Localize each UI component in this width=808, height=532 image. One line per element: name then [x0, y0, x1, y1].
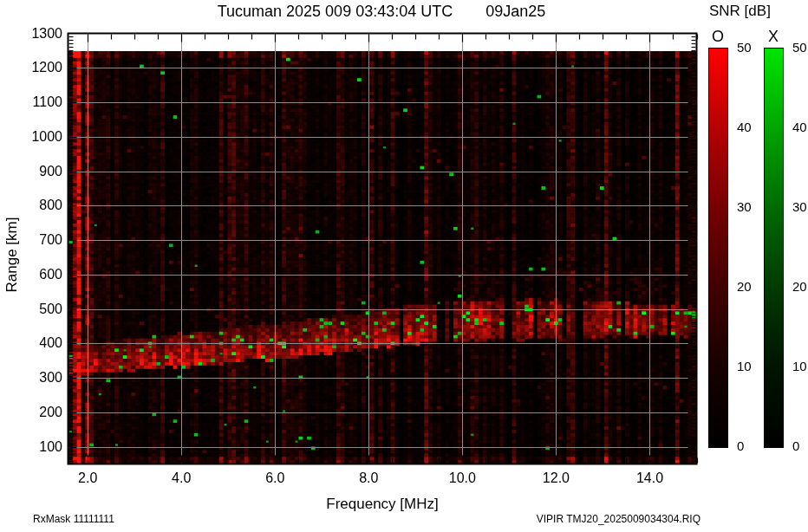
colorbar-tick-label: 50 — [792, 40, 808, 55]
colorbar-tick-label: 50 — [737, 40, 766, 55]
y-tick-label: 400 — [23, 335, 62, 351]
rxmask-label: RxMask 11111111 — [33, 513, 114, 525]
y-axis-title: Range [km] — [3, 194, 21, 315]
y-tick-label: 1100 — [23, 94, 62, 110]
figure-title: Tucuman 2025 009 03:43:04 UTC 09Jan25 — [0, 3, 763, 21]
colorbar-tick-label: 20 — [792, 279, 808, 295]
ionogram-heatmap — [68, 51, 696, 464]
y-tick-label: 600 — [23, 267, 62, 282]
colorbar-o-label: O — [708, 28, 727, 46]
y-tick-label: 1200 — [23, 60, 62, 75]
y-tick-label: 200 — [23, 405, 62, 420]
colorbar-tick-label: 40 — [792, 120, 808, 135]
title-date: 09Jan25 — [485, 3, 545, 21]
colorbar-title: SNR [dB] — [709, 3, 805, 20]
x-tick-label: 10.0 — [441, 470, 483, 486]
colorbar-tick-label: 30 — [792, 199, 808, 215]
y-tick-label: 800 — [23, 198, 62, 213]
colorbar-x-gradient — [764, 48, 784, 448]
x-tick-label: 14.0 — [629, 470, 670, 486]
colorbar-tick-label: 0 — [737, 438, 766, 454]
x-tick-label: 12.0 — [535, 470, 577, 486]
colorbar-tick-label: 20 — [737, 279, 766, 295]
colorbar-tick-label: 10 — [737, 359, 766, 374]
x-tick-label: 6.0 — [254, 470, 296, 486]
y-tick-label: 300 — [23, 370, 62, 386]
y-tick-label: 100 — [23, 439, 62, 455]
title-station-time: Tucuman 2025 009 03:43:04 UTC — [218, 3, 453, 21]
y-tick-label: 700 — [23, 232, 62, 248]
colorbar-tick-label: 30 — [737, 199, 766, 215]
x-tick-label: 8.0 — [348, 470, 389, 486]
y-tick-label: 900 — [23, 164, 62, 179]
x-axis-title: Frequency [MHz] — [278, 496, 486, 513]
ionogram-figure: Tucuman 2025 009 03:43:04 UTC 09Jan25 Ra… — [0, 0, 808, 532]
y-tick-label: 1000 — [23, 129, 62, 145]
colorbar-x-label: X — [764, 28, 783, 46]
colorbar-o-gradient — [708, 48, 728, 448]
colorbar-tick-label: 40 — [737, 120, 766, 135]
y-tick-label: 500 — [23, 302, 62, 317]
data-file-label: VIPIR TMJ20_2025009034304.RIQ — [512, 513, 700, 525]
x-tick-label: 4.0 — [160, 470, 202, 486]
y-tick-label: 1300 — [23, 26, 62, 42]
colorbar-tick-label: 10 — [792, 359, 808, 374]
colorbar-tick-label: 0 — [792, 438, 808, 454]
x-tick-label: 2.0 — [67, 470, 108, 486]
